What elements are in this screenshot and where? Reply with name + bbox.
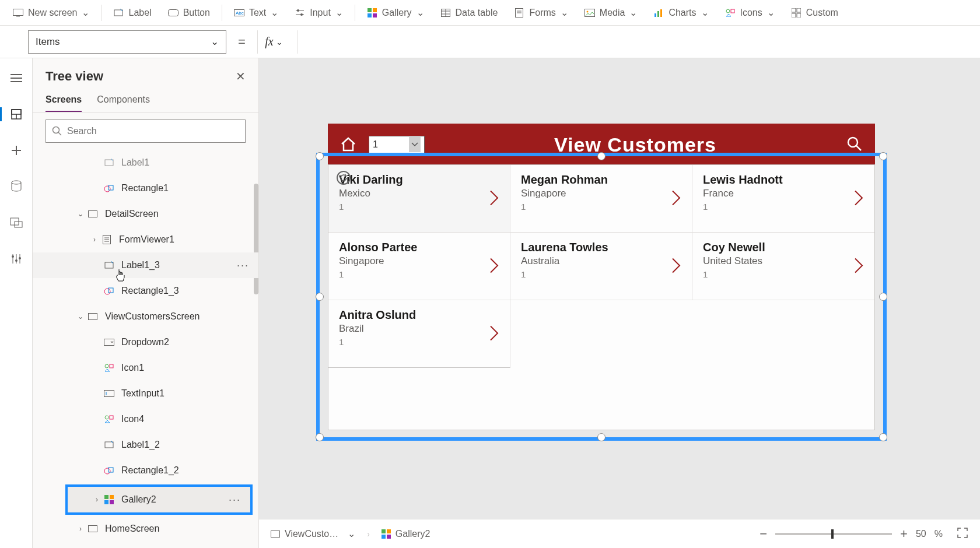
chevron-right-icon[interactable] <box>853 257 864 276</box>
search-input[interactable] <box>46 120 246 143</box>
refresh-icon[interactable] <box>337 171 351 185</box>
svg-point-26 <box>726 9 730 13</box>
gallery-control[interactable]: Viki Darling Mexico 1 Megan Rohman Singa… <box>328 164 875 430</box>
button-button[interactable]: Button <box>161 4 217 22</box>
tree-item-textinput1[interactable]: TextInput1 <box>33 381 258 406</box>
tree-view-rail-button[interactable] <box>5 103 28 126</box>
tree-item-dropdown2[interactable]: Dropdown2 <box>33 329 258 355</box>
resize-handle[interactable] <box>316 152 324 160</box>
svg-point-9 <box>300 13 303 16</box>
custom-button[interactable]: Custom <box>784 4 845 22</box>
search-icon[interactable] <box>846 135 863 154</box>
tree-list[interactable]: Label1 Rectangle1 ⌄ DetailScreen › FormV… <box>33 150 258 548</box>
tree-item-rectangle1-3[interactable]: Rectangle1_3 <box>33 278 258 304</box>
gallery-item[interactable]: Megan Rohman Singapore 1 <box>510 165 692 233</box>
tree-item-viewcustomersscreen[interactable]: ⌄ ViewCustomersScreen <box>33 304 258 329</box>
tab-screens[interactable]: Screens <box>46 90 82 112</box>
tree-item-icon4[interactable]: Icon4 <box>33 406 258 432</box>
fx-button[interactable]: fx ⌄ <box>257 30 290 54</box>
gallery-item[interactable]: Anitra Oslund Brazil 1 <box>328 300 510 368</box>
svg-rect-2 <box>114 10 123 16</box>
label-button[interactable]: Label <box>106 4 158 22</box>
formula-input[interactable] <box>297 30 974 54</box>
chevron-right-icon[interactable]: › <box>75 525 86 533</box>
advanced-rail-button[interactable] <box>5 247 28 271</box>
tree-item-gallery2[interactable]: › Gallery2 ··· <box>68 487 250 512</box>
zoom-out-button[interactable]: − <box>760 526 767 542</box>
tree-item-label1[interactable]: Label1 <box>33 150 258 175</box>
customer-num: 1 <box>339 337 499 347</box>
tree-item-documentation[interactable]: › Documentation <box>33 542 258 548</box>
media-rail-button[interactable] <box>5 211 28 234</box>
zoom-slider[interactable] <box>775 533 892 535</box>
forms-button[interactable]: Forms ⌄ <box>507 3 575 22</box>
tab-components[interactable]: Components <box>97 90 150 112</box>
chevron-right-icon[interactable]: › <box>91 496 103 504</box>
chevron-right-icon[interactable] <box>671 257 681 276</box>
tree-item-homescreen[interactable]: › HomeScreen <box>33 516 258 542</box>
charts-button[interactable]: Charts ⌄ <box>646 3 715 22</box>
search-field[interactable] <box>67 126 239 136</box>
resize-handle[interactable] <box>879 152 887 160</box>
gallery-item[interactable]: Coy Newell United States 1 <box>692 233 874 300</box>
resize-handle[interactable] <box>597 433 606 441</box>
svg-point-49 <box>53 127 60 134</box>
property-selector[interactable]: Items ⌄ <box>28 30 226 54</box>
data-rail-button[interactable] <box>5 175 28 198</box>
gallery-item[interactable]: Alonso Partee Singapore 1 <box>328 233 510 300</box>
svg-rect-81 <box>271 531 280 537</box>
app-preview: 1 View Customers <box>328 124 875 166</box>
hamburger-button[interactable] <box>5 66 28 90</box>
tree-item-rectangle1[interactable]: Rectangle1 <box>33 175 258 201</box>
gallery-button[interactable]: Gallery ⌄ <box>360 3 431 22</box>
more-button[interactable]: ··· <box>229 494 241 506</box>
resize-handle[interactable] <box>316 293 324 301</box>
customer-num: 1 <box>521 202 681 212</box>
dropdown-control[interactable]: 1 <box>369 136 425 153</box>
gallery-item[interactable]: Viki Darling Mexico 1 <box>328 165 510 233</box>
new-screen-button[interactable]: New screen ⌄ <box>6 3 96 22</box>
resize-handle[interactable] <box>879 433 887 441</box>
zoom-controls: − + 50 % <box>760 526 968 542</box>
svg-point-60 <box>104 289 110 294</box>
resize-handle[interactable] <box>879 293 887 301</box>
svg-rect-3 <box>168 9 178 16</box>
breadcrumb-screen[interactable]: ViewCusto… ⌄ <box>271 528 355 539</box>
insert-rail-button[interactable] <box>5 139 28 162</box>
tree-item-label1-2[interactable]: Label1_2 <box>33 432 258 458</box>
breadcrumb-control[interactable]: Gallery2 <box>382 529 430 539</box>
text-button[interactable]: Abc Text ⌄ <box>227 3 285 22</box>
chevron-right-icon[interactable] <box>489 324 499 343</box>
chevron-down-icon[interactable]: ⌄ <box>75 312 86 321</box>
gallery-item[interactable]: Lewis Hadnott France 1 <box>692 165 874 233</box>
label-icon <box>103 438 116 451</box>
icons-button[interactable]: Icons ⌄ <box>718 3 782 22</box>
tree-item-icon1[interactable]: Icon1 <box>33 355 258 381</box>
chevron-right-icon[interactable]: › <box>89 236 100 244</box>
chevron-right-icon[interactable] <box>671 189 681 208</box>
tree-item-label1-3[interactable]: Label1_3 ··· <box>33 252 258 278</box>
media-button[interactable]: Media ⌄ <box>578 3 645 22</box>
chevron-right-icon[interactable] <box>489 257 499 276</box>
chevron-right-icon[interactable] <box>489 189 499 208</box>
shape-icon <box>103 464 116 477</box>
resize-handle[interactable] <box>316 433 324 441</box>
tree-item-detailscreen[interactable]: ⌄ DetailScreen <box>33 201 258 227</box>
tree-item-formviewer1[interactable]: › FormViewer1 <box>33 227 258 252</box>
gallery-item[interactable]: Laurena Towles Australia 1 <box>510 233 692 300</box>
slider-thumb[interactable] <box>831 529 834 539</box>
tree-item-rectangle1-2[interactable]: Rectangle1_2 <box>33 458 258 483</box>
dropdown-value: 1 <box>373 139 378 150</box>
chevron-down-icon[interactable]: ⌄ <box>75 210 86 218</box>
close-icon[interactable]: ✕ <box>236 69 246 83</box>
chevron-right-icon[interactable] <box>853 189 864 208</box>
chevron-down-icon: ⌄ <box>271 7 278 18</box>
canvas[interactable]: 1 View Customers Viki Darling Mexico 1 M… <box>259 58 980 548</box>
more-button[interactable]: ··· <box>237 259 249 272</box>
fit-screen-button[interactable] <box>957 527 968 541</box>
datatable-button[interactable]: Data table <box>433 4 505 22</box>
svg-rect-51 <box>105 160 113 166</box>
home-icon[interactable] <box>340 136 357 154</box>
zoom-in-button[interactable]: + <box>900 526 908 542</box>
input-button[interactable]: Input ⌄ <box>288 3 350 22</box>
